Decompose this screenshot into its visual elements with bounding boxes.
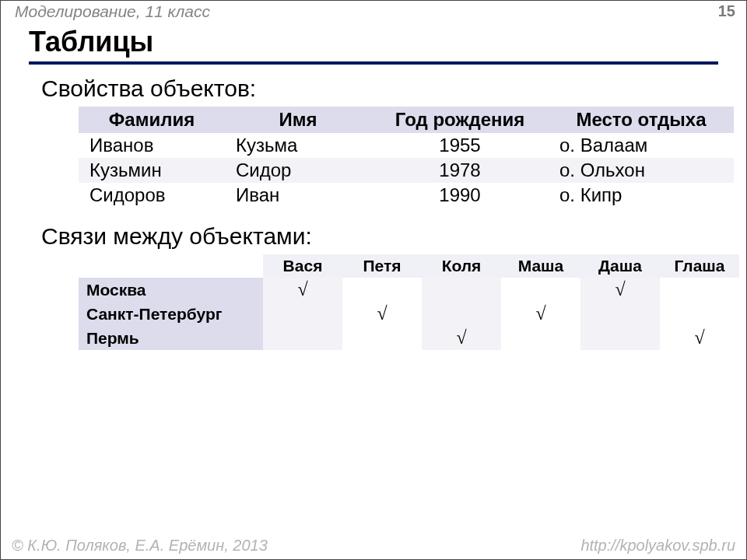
t1-header-surname: Фамилия: [79, 107, 225, 133]
footer-authors: © К.Ю. Поляков, Е.А. Ерёмин, 2013: [12, 537, 268, 555]
t2-col-header: Вася: [263, 254, 342, 278]
footer-url: http://kpolyakov.spb.ru: [580, 537, 735, 555]
t1-cell: 1955: [371, 133, 549, 158]
copyright-icon: ©: [12, 537, 23, 554]
t2-cell: [342, 278, 422, 302]
table-row: Москва √ √: [79, 278, 739, 302]
t1-cell: о. Валаам: [549, 133, 734, 158]
t1-cell: о. Кипр: [549, 183, 734, 208]
t2-cell: [580, 302, 660, 326]
t1-cell: Кузьма: [225, 133, 371, 158]
t2-cell: √: [660, 326, 739, 350]
t1-cell: Сидор: [225, 158, 371, 183]
table-row: Кузьмин Сидор 1978 о. Ольхон: [79, 158, 734, 183]
table-row: Сидоров Иван 1990 о. Кипр: [79, 183, 734, 208]
t1-header-name: Имя: [225, 107, 371, 133]
t2-cell: [660, 302, 739, 326]
table-relations: Вася Петя Коля Маша Даша Глаша Москва √ …: [79, 254, 739, 350]
table-row: Иванов Кузьма 1955 о. Валаам: [79, 133, 734, 158]
t1-cell: 1978: [371, 158, 549, 183]
table-row: Санкт-Петербург √ √: [79, 302, 739, 326]
slide: Моделирование, 11 класс 15 Таблицы Свойс…: [0, 0, 747, 560]
t1-cell: 1990: [371, 183, 549, 208]
t1-cell: Сидоров: [79, 183, 225, 208]
t2-col-header: Маша: [501, 254, 580, 278]
t1-cell: Иван: [225, 183, 371, 208]
t2-col-header: Даша: [580, 254, 660, 278]
t2-cell: [342, 326, 422, 350]
t2-row-header: Москва: [79, 278, 263, 302]
t2-col-header: Коля: [422, 254, 501, 278]
slide-title: Таблицы: [29, 26, 718, 65]
t2-cell: [501, 278, 580, 302]
t1-cell: Иванов: [79, 133, 225, 158]
t2-cell: [263, 326, 342, 350]
t1-header-place: Место отдыха: [549, 107, 734, 133]
t2-cell: √: [263, 278, 342, 302]
t2-row-header: Пермь: [79, 326, 263, 350]
t2-cell: √: [422, 326, 501, 350]
t2-cell: [660, 278, 739, 302]
t2-cell: [580, 326, 660, 350]
page-number: 15: [718, 2, 735, 21]
t2-cell: [422, 302, 501, 326]
t2-cell: [263, 302, 342, 326]
t2-cell: √: [342, 302, 422, 326]
section1-heading: Свойства объектов:: [41, 75, 746, 102]
section2-heading: Связи между объектами:: [41, 223, 746, 250]
header: Моделирование, 11 класс 15: [1, 1, 746, 21]
t1-cell: Кузьмин: [79, 158, 225, 183]
t1-header-year: Год рождения: [371, 107, 549, 133]
t2-cell: √: [501, 302, 580, 326]
table-row: Пермь √ √: [79, 326, 739, 350]
t2-cell: √: [580, 278, 660, 302]
course-title: Моделирование, 11 класс: [15, 2, 210, 21]
table-properties: Фамилия Имя Год рождения Место отдыха Ив…: [79, 107, 734, 208]
footer-authors-text: К.Ю. Поляков, Е.А. Ерёмин, 2013: [23, 537, 268, 554]
footer: © К.Ю. Поляков, Е.А. Ерёмин, 2013 http:/…: [12, 537, 735, 555]
t2-row-header: Санкт-Петербург: [79, 302, 263, 326]
t2-cell: [501, 326, 580, 350]
t2-corner: [79, 254, 263, 278]
t1-cell: о. Ольхон: [549, 158, 734, 183]
t2-cell: [422, 278, 501, 302]
t2-col-header: Глаша: [660, 254, 739, 278]
t2-col-header: Петя: [342, 254, 422, 278]
